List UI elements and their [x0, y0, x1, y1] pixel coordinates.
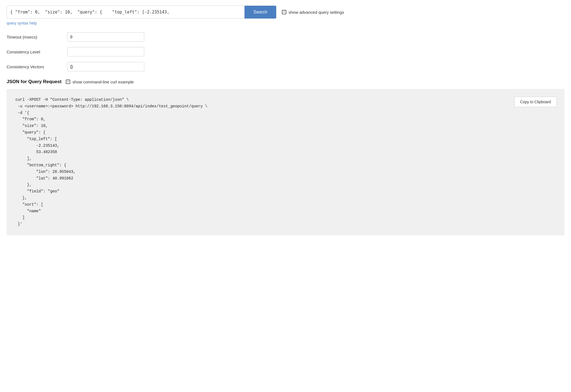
consistency-level-label: Consistency Level	[7, 50, 67, 54]
show-curl-label: show command-line curl example	[72, 80, 134, 84]
code-block-wrapper: curl -XPOST -H "Content-Type: applicatio…	[7, 89, 564, 235]
json-section-header: JSON for Query Request show command-line…	[7, 79, 564, 85]
show-advanced-checkbox-icon	[282, 10, 286, 14]
timeout-row: Timeout (msecs)	[7, 32, 564, 42]
consistency-vectors-row: Consistency Vectors	[7, 62, 564, 71]
show-advanced-label: show advanced query settings	[289, 10, 344, 15]
query-syntax-link[interactable]: query syntax help	[7, 21, 37, 25]
copy-to-clipboard-button[interactable]: Copy to Clipboard	[514, 97, 557, 107]
consistency-level-input[interactable]	[67, 47, 144, 56]
search-input[interactable]	[7, 6, 244, 18]
search-button[interactable]: Search	[244, 6, 276, 18]
consistency-vectors-input[interactable]	[67, 62, 144, 71]
json-section: JSON for Query Request show command-line…	[7, 79, 564, 235]
search-bar: Search	[7, 6, 276, 19]
consistency-vectors-label: Consistency Vectors	[7, 64, 67, 69]
timeout-label: Timeout (msecs)	[7, 35, 67, 39]
timeout-input[interactable]	[67, 32, 144, 42]
show-curl-toggle[interactable]: show command-line curl example	[66, 80, 134, 84]
json-section-title: JSON for Query Request	[7, 79, 61, 85]
settings-section: Timeout (msecs) Consistency Level Consis…	[7, 32, 564, 71]
search-row: Search show advanced query settings	[7, 6, 564, 19]
code-block: curl -XPOST -H "Content-Type: applicatio…	[15, 97, 556, 228]
consistency-level-row: Consistency Level	[7, 47, 564, 56]
show-curl-checkbox-icon	[66, 80, 70, 84]
show-advanced-toggle[interactable]: show advanced query settings	[282, 10, 344, 15]
